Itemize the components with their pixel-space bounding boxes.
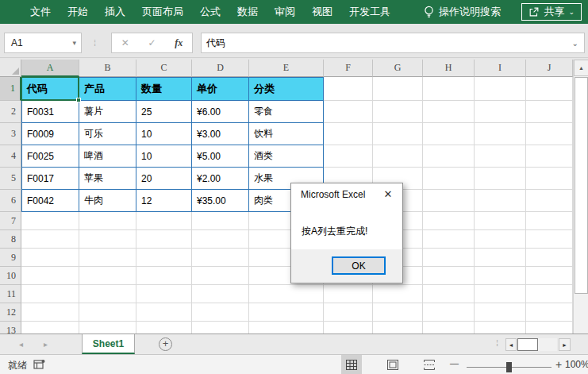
cell-D10[interactable] (192, 267, 249, 285)
cell-A7[interactable] (21, 212, 79, 230)
cell-D6[interactable]: ¥35.00 (192, 190, 249, 212)
row-header-10[interactable]: 10 (0, 267, 21, 285)
name-box-dropdown-icon[interactable]: ▾ (72, 39, 76, 47)
cell-A12[interactable] (21, 303, 79, 322)
row-header-1[interactable]: 1 (0, 77, 21, 101)
sheet-nav-left-icon[interactable]: ◂ (19, 340, 23, 349)
cell-B4[interactable]: 啤酒 (79, 145, 136, 168)
cell-H4[interactable] (423, 145, 475, 168)
cell-B11[interactable] (79, 285, 136, 303)
vertical-scrollbar[interactable]: ▲ (573, 60, 588, 334)
column-header-J[interactable]: J (526, 60, 573, 77)
cell-H12[interactable] (423, 303, 475, 322)
add-sheet-button[interactable]: + (159, 337, 172, 351)
tab-home[interactable]: 开始 (67, 5, 88, 19)
cell-I9[interactable] (475, 249, 526, 267)
cell-F4[interactable] (324, 145, 373, 168)
cell-A3[interactable]: F0009 (21, 123, 79, 145)
cell-E3[interactable]: 饮料 (249, 123, 324, 145)
scroll-right-icon[interactable]: ► (559, 338, 571, 351)
enter-icon[interactable]: ✓ (148, 37, 156, 48)
sheet-nav-right-icon[interactable]: ▸ (44, 340, 48, 349)
column-header-H[interactable]: H (423, 60, 475, 77)
sheet-tab-sheet1[interactable]: Sheet1 (82, 334, 135, 354)
tab-formulas[interactable]: 公式 (200, 5, 221, 19)
cell-I3[interactable] (475, 123, 526, 145)
row-header-9[interactable]: 9 (0, 249, 21, 267)
cell-E4[interactable]: 酒类 (249, 145, 324, 168)
column-header-I[interactable]: I (475, 60, 526, 77)
cell-A10[interactable] (21, 267, 79, 285)
cell-A9[interactable] (21, 249, 79, 267)
row-header-8[interactable]: 8 (0, 230, 21, 249)
cell-J9[interactable] (526, 249, 573, 267)
normal-view-button[interactable] (341, 355, 362, 374)
cell-I7[interactable] (475, 212, 526, 230)
cell-B3[interactable]: 可乐 (79, 123, 136, 145)
cell-I6[interactable] (475, 190, 526, 212)
cell-E13[interactable] (249, 322, 324, 334)
cell-D5[interactable]: ¥2.00 (192, 168, 249, 190)
column-header-D[interactable]: D (192, 60, 249, 77)
cell-E1[interactable]: 分类 (249, 77, 324, 101)
horizontal-scrollbar-track[interactable] (538, 338, 557, 351)
formula-bar-input[interactable]: 代码 ⌄ (201, 33, 585, 53)
tell-me-search[interactable]: 操作说明搜索 (424, 5, 501, 19)
select-all-corner[interactable] (0, 60, 21, 77)
row-header-4[interactable]: 4 (0, 145, 21, 168)
cell-D1[interactable]: 单价 (192, 77, 249, 101)
column-header-B[interactable]: B (79, 60, 136, 77)
zoom-in-icon[interactable]: + (555, 358, 562, 371)
cell-J7[interactable] (526, 212, 573, 230)
cell-G13[interactable] (373, 322, 423, 334)
cell-F2[interactable] (324, 101, 373, 123)
cell-F3[interactable] (324, 123, 373, 145)
scroll-left-icon[interactable]: ◄ (505, 338, 517, 351)
cell-C10[interactable] (136, 267, 192, 285)
cell-C1[interactable]: 数量 (136, 77, 192, 101)
cell-E2[interactable]: 零食 (249, 101, 324, 123)
cell-A4[interactable]: F0025 (21, 145, 79, 168)
horizontal-scrollbar-thumb[interactable] (517, 338, 538, 351)
cell-A1[interactable]: 代码 (21, 77, 79, 101)
cell-C11[interactable] (136, 285, 192, 303)
page-break-preview-button[interactable] (419, 355, 440, 374)
cell-J6[interactable] (526, 190, 573, 212)
cell-D2[interactable]: ¥6.00 (192, 101, 249, 123)
row-header-11[interactable]: 11 (0, 285, 21, 303)
cell-J3[interactable] (526, 123, 573, 145)
tab-review[interactable]: 审阅 (275, 5, 295, 19)
cancel-icon[interactable]: ✕ (121, 37, 129, 48)
cell-D3[interactable]: ¥3.00 (192, 123, 249, 145)
cell-I13[interactable] (475, 322, 526, 334)
cell-D12[interactable] (192, 303, 249, 322)
cell-A11[interactable] (21, 285, 79, 303)
cell-C4[interactable]: 10 (136, 145, 192, 168)
row-header-6[interactable]: 6 (0, 190, 21, 212)
cell-G1[interactable] (373, 77, 423, 101)
cell-H9[interactable] (423, 249, 475, 267)
cell-G3[interactable] (373, 123, 423, 145)
row-header-12[interactable]: 12 (0, 303, 21, 322)
cell-C5[interactable]: 20 (136, 168, 192, 190)
formula-bar-drag-handle[interactable]: ⁞ (94, 33, 95, 53)
tab-data[interactable]: 数据 (237, 5, 258, 19)
zoom-out-icon[interactable]: — (450, 358, 459, 368)
page-layout-view-button[interactable] (382, 355, 403, 374)
cell-H1[interactable] (423, 77, 475, 101)
cell-I10[interactable] (475, 267, 526, 285)
cell-C12[interactable] (136, 303, 192, 322)
cell-C7[interactable] (136, 212, 192, 230)
cell-B8[interactable] (79, 230, 136, 249)
cell-J11[interactable] (526, 285, 573, 303)
ok-button[interactable]: OK (332, 256, 386, 275)
row-header-5[interactable]: 5 (0, 168, 21, 190)
cell-B5[interactable]: 苹果 (79, 168, 136, 190)
cell-G12[interactable] (373, 303, 423, 322)
cell-H11[interactable] (423, 285, 475, 303)
cell-A5[interactable]: F0017 (21, 168, 79, 190)
cell-D8[interactable] (192, 230, 249, 249)
cell-I4[interactable] (475, 145, 526, 168)
tab-insert[interactable]: 插入 (105, 5, 125, 19)
row-header-13[interactable]: 13 (0, 322, 21, 334)
